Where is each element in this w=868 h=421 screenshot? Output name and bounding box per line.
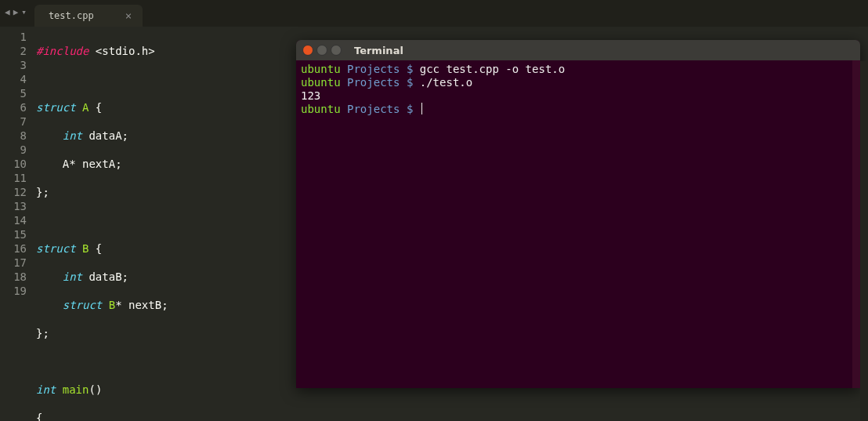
- file-tab[interactable]: test.cpp ×: [34, 5, 143, 27]
- token-keyword: int: [36, 383, 56, 396]
- line-number: 4: [0, 72, 27, 86]
- tab-prev-icon[interactable]: ◀: [5, 7, 10, 17]
- line-number: 12: [0, 185, 27, 199]
- token-header: <stdio.h>: [89, 45, 154, 57]
- line-number: 15: [0, 227, 27, 241]
- prompt-user: ubuntu: [301, 103, 341, 115]
- token-include: #include: [36, 45, 89, 57]
- token-ident: A* nextA;: [36, 158, 122, 170]
- line-number: 16: [0, 241, 27, 256]
- editor-tabbar: ◀ ▶ ▾ test.cpp ×: [0, 0, 868, 27]
- token-ident: dataA;: [82, 129, 128, 142]
- prompt-user: ubuntu: [301, 63, 341, 75]
- editor-scrollbar[interactable]: [860, 61, 868, 421]
- line-number: 11: [0, 171, 27, 185]
- token-punct: {: [89, 242, 102, 255]
- token-punct: (): [89, 383, 102, 396]
- token-typename: A: [76, 101, 89, 114]
- line-number: 9: [0, 143, 27, 157]
- tab-next-icon[interactable]: ▶: [13, 7, 19, 17]
- line-number: 17: [0, 256, 27, 270]
- token-keyword: int: [36, 129, 82, 142]
- token-punct: };: [36, 327, 49, 339]
- line-number: 13: [0, 199, 27, 213]
- terminal-line: 123: [301, 89, 855, 103]
- token-keyword: struct: [36, 299, 102, 311]
- terminal-window[interactable]: Terminal ubuntu Projects $ gcc test.cpp …: [296, 40, 860, 388]
- terminal-line: ubuntu Projects $ gcc test.cpp -o test.o: [301, 63, 855, 76]
- terminal-titlebar[interactable]: Terminal: [296, 40, 860, 60]
- token-funcname: main: [56, 383, 89, 396]
- token-punct: {: [36, 412, 42, 421]
- window-minimize-icon[interactable]: [316, 45, 327, 56]
- token-keyword: struct: [36, 242, 76, 255]
- window-maximize-icon[interactable]: [331, 45, 342, 56]
- close-icon[interactable]: ×: [125, 9, 132, 22]
- tab-nav: ◀ ▶ ▾: [5, 7, 27, 20]
- terminal-line: ubuntu Projects $: [301, 103, 855, 116]
- command-text: [413, 103, 419, 115]
- line-number: 14: [0, 213, 27, 227]
- token-punct: {: [89, 101, 102, 114]
- tab-label: test.cpp: [49, 10, 94, 21]
- line-number: 5: [0, 86, 27, 100]
- cursor: [421, 103, 422, 114]
- terminal-line: ubuntu Projects $ ./test.o: [301, 76, 855, 89]
- token-punct: };: [36, 186, 49, 198]
- line-number: 19: [0, 284, 27, 298]
- terminal-body[interactable]: ubuntu Projects $ gcc test.cpp -o test.o…: [296, 60, 860, 118]
- line-number: 7: [0, 114, 27, 129]
- line-number: 6: [0, 100, 27, 114]
- prompt-dir: Projects: [341, 103, 407, 115]
- token-ident: * nextB;: [115, 299, 168, 311]
- terminal-scrollbar[interactable]: [852, 60, 860, 388]
- terminal-title: Terminal: [354, 45, 403, 56]
- line-number: 8: [0, 129, 27, 143]
- token-keyword: struct: [36, 101, 76, 114]
- token-keyword: int: [36, 270, 82, 283]
- token-typename: B: [102, 299, 115, 311]
- line-number: 2: [0, 44, 27, 58]
- line-gutter: 12345678910111213141516171819: [0, 27, 33, 421]
- command-text: ./test.o: [413, 76, 472, 89]
- token-ident: dataB;: [82, 270, 128, 283]
- prompt-dir: Projects: [341, 76, 407, 89]
- command-text: gcc test.cpp -o test.o: [413, 63, 565, 75]
- line-number: 10: [0, 157, 27, 171]
- line-number: 18: [0, 270, 27, 284]
- line-number: 1: [0, 30, 27, 44]
- prompt-user: ubuntu: [301, 76, 341, 89]
- tab-menu-icon[interactable]: ▾: [21, 7, 27, 17]
- prompt-dir: Projects: [341, 63, 407, 75]
- line-number: 3: [0, 58, 27, 72]
- token-typename: B: [76, 242, 89, 255]
- window-close-icon[interactable]: [302, 45, 313, 56]
